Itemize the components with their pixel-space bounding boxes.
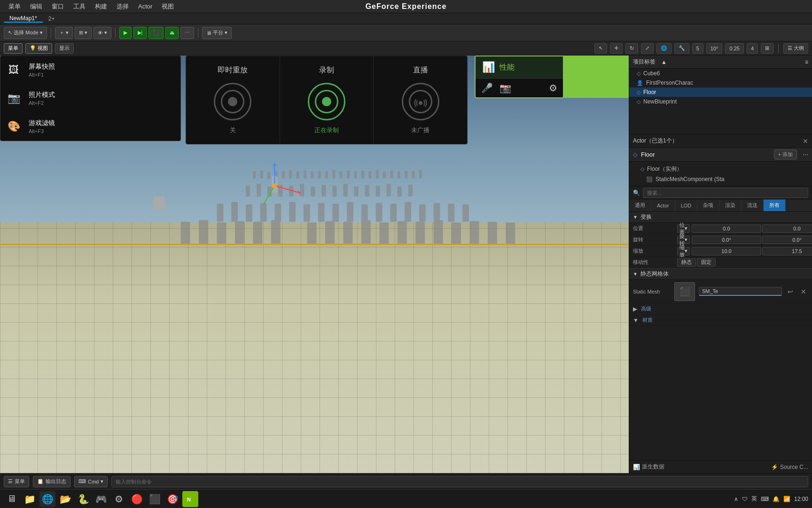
tab-all[interactable]: 所有 [764,199,786,211]
grid-btn[interactable]: ⊞ ▾ [75,27,92,39]
taskbar-black[interactable]: ⬛ [147,491,163,507]
zoom-btn[interactable]: 0.25 [725,43,743,54]
outliner-expand-icon[interactable]: ≡ [805,59,808,65]
position-y[interactable] [762,224,812,233]
screenshot-item[interactable]: 🖼 屏幕快照 Alt+F1 [0,56,180,84]
menu-item-window[interactable]: 窗口 [47,2,69,11]
mode-select-btn[interactable]: ↖ 选择 Mode ▾ [4,27,47,39]
snap-btn[interactable]: 🔧 [674,43,689,54]
floor-instance-item[interactable]: ◇ Floor（实例） [629,164,812,175]
stop-btn[interactable]: ⬛ [148,27,164,39]
world-icon-btn[interactable]: 🌐 [656,43,671,54]
tab-newmap[interactable]: NewMap1* [4,15,43,23]
output-log-btn[interactable]: 📋 输出日志 [33,476,70,487]
move-tool-btn[interactable]: ✛ [610,43,623,54]
transform-header[interactable]: ▼ 变换 [629,212,812,223]
rotation-dropdown[interactable]: 旋转 ▾ [677,236,690,244]
derive-data-btn[interactable]: 📊 派生数据 [633,463,664,471]
rotation-x[interactable] [692,236,761,244]
menu-item-file[interactable]: 菜单 [4,2,25,11]
source-c-btn[interactable]: ⚡ Source C... [771,464,808,470]
tab-render[interactable]: 渲染 [719,199,742,211]
play-btn[interactable]: ▶ [119,27,132,39]
mic-icon[interactable]: 🎤 [481,82,493,94]
eject-btn[interactable]: ⏏ [165,27,179,39]
platform-btn[interactable]: 🖥 平台 ▾ [202,27,232,39]
taskbar-snake[interactable]: 🐍 [75,491,91,507]
taskbar-folder[interactable]: 📂 [57,491,73,507]
outliner-cube6[interactable]: ◇ Cube6 [629,69,812,78]
filter-item[interactable]: 🎨 游戏滤镜 Alt+F3 [0,112,180,141]
taskbar-browser[interactable]: 🌐 [39,491,55,507]
mesh-navigate-btn[interactable]: ↩ [786,287,795,296]
material-label[interactable]: 材质 [642,317,653,324]
menu-item-select[interactable]: 选择 [112,2,133,11]
scale-tool-btn[interactable]: ⤢ [641,43,654,54]
advanced-label[interactable]: 高级 [641,305,651,312]
menu-item-tools[interactable]: 工具 [69,2,90,11]
static-mobility-btn[interactable]: 静态 [677,258,696,267]
add-component-btn[interactable]: + 添加 [774,150,797,159]
tab-streaming[interactable]: 流送 [742,199,764,211]
add-btn[interactable]: ＋ ▾ [55,27,73,39]
view-mode-btn[interactable]: 👁 ▾ [94,27,111,39]
tab-lod[interactable]: LOD [675,199,698,211]
viewport[interactable]: 🖼 屏幕快照 Alt+F1 📷 照片模式 Alt+F2 🎨 游戏滤镜 Alt+F… [0,56,629,473]
taskbar-gear[interactable]: ⚙ [111,491,127,507]
photo-mode-item[interactable]: 📷 照片模式 Alt+F2 [0,84,180,112]
taskbar-red[interactable]: 🔴 [129,491,145,507]
expand-taskbar-icon[interactable]: ∧ [734,496,738,502]
performance-item[interactable]: 📊 性能 [476,56,563,78]
split-btn[interactable]: ⊞ [761,43,773,54]
tab-general[interactable]: 通用 [629,199,651,211]
details-close-btn[interactable]: ✕ [803,137,808,145]
scale-dropdown[interactable]: 缩放 ▾ [677,247,690,255]
tab-actor[interactable]: Actor [651,199,675,211]
settings-icon[interactable]: ⚙ [549,82,557,94]
instant-replay-section[interactable]: 即时重放 关 [186,56,280,144]
view-perspective-btn[interactable]: 菜单 [4,43,23,54]
outliner-floor[interactable]: ◇ Floor [629,87,812,97]
light-btn[interactable]: 💡 视图 [25,43,52,54]
menu-item-build[interactable]: 构建 [90,2,112,11]
expand-btn[interactable]: ⋯ [803,151,808,158]
live-section[interactable]: 直播 未广播 [374,56,467,144]
mesh-name-field[interactable]: SM_Te [699,287,782,296]
console-input[interactable] [111,476,808,487]
static-mesh-header[interactable]: ▼ 静态网格体 [629,269,812,280]
scale-y[interactable] [762,247,812,255]
tab-2[interactable]: 2+ [43,16,61,22]
camera-btn[interactable]: 4 [747,43,758,54]
properties-search-input[interactable] [643,188,808,198]
cmd-btn[interactable]: ⌨ Cmd ▾ [74,476,108,487]
scale-x[interactable] [692,247,761,255]
taskbar-nvidia[interactable]: N [182,491,198,507]
position-dropdown[interactable]: 位置 ▾ [677,224,690,233]
outliner-blueprint[interactable]: ◇ NewBlueprint [629,97,812,106]
menu-item-edit[interactable]: 编辑 [25,2,47,11]
taskbar-files[interactable]: 📁 [22,491,38,507]
mesh-clear-btn[interactable]: ✕ [799,287,808,296]
tab-misc[interactable]: 杂项 [697,199,719,211]
pause-play-btn[interactable]: ▶| [133,27,147,39]
menu-item-view[interactable]: 视图 [157,2,179,11]
show-btn[interactable]: 显示 [55,43,74,54]
record-section[interactable]: 录制 正在录制 [280,56,374,144]
camera-off-icon[interactable]: 📷✕ [500,82,511,94]
rotate-tool-btn[interactable]: ↻ [625,43,638,54]
grid-number-btn[interactable]: 5 [692,43,703,54]
static-mesh-component-item[interactable]: ⬛ StaticMeshComponent (Sta [629,175,812,184]
outliner-character[interactable]: 👤 FirstPersonCharac [629,78,812,87]
rotation-y[interactable] [762,236,812,244]
taskbar-finder[interactable]: 🖥 [4,491,20,507]
menu-btn[interactable]: ☰ 菜单 [4,476,29,487]
outline-btn[interactable]: ☰ 大纲 [783,43,808,54]
angle-btn[interactable]: 10° [706,43,723,54]
position-x[interactable] [692,224,761,233]
stationary-mobility-btn[interactable]: 固定 [697,258,716,267]
menu-item-actor[interactable]: Actor [133,3,157,10]
taskbar-game1[interactable]: 🎮 [93,491,109,507]
taskbar-target[interactable]: 🎯 [164,491,180,507]
cursor-tool-btn[interactable]: ↖ [594,43,607,54]
more-options-btn[interactable]: ⋯ [180,27,194,39]
